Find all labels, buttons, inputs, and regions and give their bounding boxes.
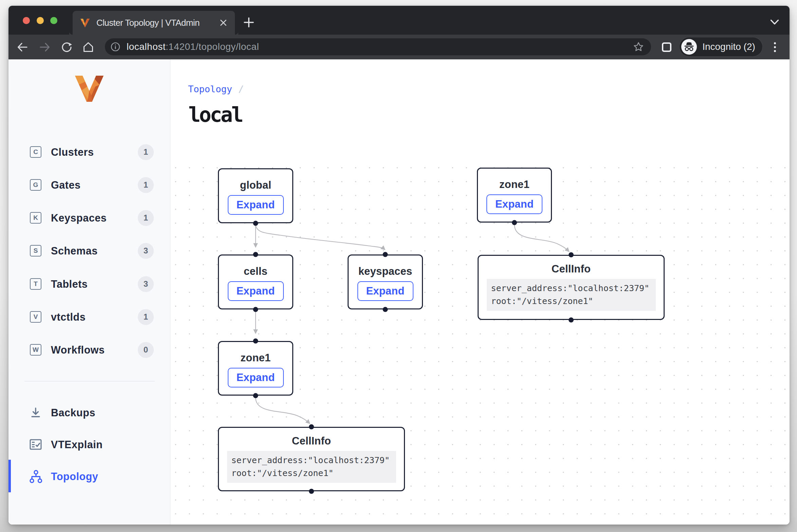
window-content: C Clusters 1 G Gates 1 K Keyspaces 1 S S… [8,59,790,525]
topology-icon [29,470,42,483]
node-cells[interactable]: cells Expand [218,254,293,309]
breadcrumb: Topology/ [188,84,244,94]
side-panel-button[interactable] [659,35,675,59]
expand-button-global[interactable]: Expand [228,195,284,215]
tab-title: Cluster Topology | VTAdmin [96,11,200,35]
sidebar-item-label-vtexplain: VTExplain [51,439,103,451]
sidebar-item-label-vtctlds: vtctlds [51,311,86,323]
incognito-profile-chip[interactable]: Incognito (2) [680,37,762,56]
side-panel-icon [662,42,671,52]
sidebar-item-label-tablets: Tablets [51,278,88,290]
node-cellinfo-left[interactable]: CellInfo server_address:"localhost:2379"… [218,427,405,491]
code-line-1: server_address:"localhost:2379" [231,454,391,467]
home-button[interactable] [80,35,96,59]
schemas-letter-icon: S [30,245,41,256]
forward-button[interactable] [37,35,53,59]
tab-search-chevron-icon[interactable] [768,17,781,27]
node-title-cellinfo-right: CellInfo [479,263,664,274]
cellinfo-code-right: server_address:"localhost:2379"root:"/vi… [487,279,656,311]
node-global[interactable]: global Expand [218,168,293,223]
sidebar-divider [24,381,155,381]
expand-button-cells[interactable]: Expand [228,281,284,301]
vtctlds-letter-icon: V [30,311,41,323]
node-title-zone1-right: zone1 [478,179,551,190]
code-line-2: root:"/vitess/zone1" [231,467,391,480]
sidebar-item-label-schemas: Schemas [51,245,98,257]
back-button[interactable] [14,35,31,59]
incognito-avatar [681,39,697,55]
code-line-1: server_address:"localhost:2379" [491,282,651,295]
breadcrumb-separator: / [238,84,244,94]
traffic-lights [23,17,57,24]
sidebar-item-vtexplain[interactable]: VTExplain [8,433,170,456]
sidebar-item-label-backups: Backups [51,407,95,419]
keyspaces-letter-icon: K [30,212,41,224]
clusters-count-badge: 1 [138,144,154,160]
sidebar-item-tablets[interactable]: T Tablets 3 [8,272,170,296]
incognito-label: Incognito (2) [701,41,756,52]
node-title-keyspaces: keyspaces [349,266,422,277]
sidebar-item-label-topology: Topology [51,471,98,482]
expand-button-zone1-left[interactable]: Expand [228,368,284,387]
expand-button-zone1-right[interactable]: Expand [486,194,542,214]
node-title-cellinfo-left: CellInfo [219,435,404,446]
sidebar-item-gates[interactable]: G Gates 1 [8,173,170,197]
page-info-icon[interactable] [110,42,121,52]
minimize-window-button[interactable] [37,17,44,24]
browser-window: Cluster Topology | VTAdmin [8,6,790,525]
home-icon [82,41,95,54]
url-path: :14201/topology/local [166,41,259,52]
node-zone1-left[interactable]: zone1 Expand [218,341,293,396]
keyspaces-count-badge: 1 [138,210,154,226]
sidebar-item-keyspaces[interactable]: K Keyspaces 1 [8,206,170,230]
bookmark-star-icon[interactable] [633,41,644,52]
vitess-logo [75,76,104,102]
three-dot-menu-icon [769,41,781,53]
gates-count-badge: 1 [138,177,154,193]
new-tab-button[interactable] [243,17,255,28]
tab-close-icon[interactable] [218,17,229,28]
node-title-cells: cells [219,266,292,277]
schemas-count-badge: 3 [138,243,154,259]
browser-menu-button[interactable] [767,35,783,59]
node-keyspaces[interactable]: keyspaces Expand [348,254,423,309]
active-nav-indicator [8,460,11,492]
sidebar: C Clusters 1 G Gates 1 K Keyspaces 1 S S… [8,59,170,525]
topology-canvas[interactable]: Topology/ local global Expand cells Expa… [170,59,790,525]
incognito-icon [683,41,695,53]
workflows-letter-icon: W [30,344,41,356]
node-cellinfo-right[interactable]: CellInfo server_address:"localhost:2379"… [478,255,665,320]
workflows-count-badge: 0 [138,342,154,358]
sidebar-item-workflows[interactable]: W Workflows 0 [8,338,170,362]
reload-icon [61,41,73,53]
sidebar-item-topology[interactable]: Topology [8,464,170,488]
sidebar-item-schemas[interactable]: S Schemas 3 [8,239,170,263]
vitess-favicon-icon [79,17,91,28]
zoom-window-button[interactable] [50,17,57,24]
sidebar-item-vtctlds[interactable]: V vtctlds 1 [8,305,170,329]
sidebar-item-label-keyspaces: Keyspaces [51,212,107,224]
browser-tab[interactable]: Cluster Topology | VTAdmin [73,11,235,35]
vtctlds-count-badge: 1 [138,309,154,325]
sidebar-item-clusters[interactable]: C Clusters 1 [8,140,170,164]
reload-button[interactable] [59,35,75,59]
clusters-letter-icon: C [30,146,41,158]
cellinfo-code-left: server_address:"localhost:2379"root:"/vi… [227,451,396,483]
breadcrumb-topology-link[interactable]: Topology [188,84,232,94]
back-arrow-icon [16,41,29,53]
sidebar-item-backups[interactable]: Backups [8,401,170,424]
close-window-button[interactable] [23,17,30,24]
expand-button-keyspaces[interactable]: Expand [357,281,413,301]
node-zone1-right[interactable]: zone1 Expand [477,168,552,223]
code-line-2: root:"/vitess/zone1" [491,295,651,308]
tablets-count-badge: 3 [138,276,154,292]
node-title-global: global [219,179,292,191]
sidebar-item-label-workflows: Workflows [51,344,105,356]
url-host: localhost [127,41,166,52]
vtexplain-icon [29,438,42,451]
address-bar[interactable]: localhost:14201/topology/local [105,38,651,55]
browser-toolbar: localhost:14201/topology/local Incognito [8,35,790,59]
gates-letter-icon: G [30,179,41,191]
url-text: localhost:14201/topology/local [127,41,259,52]
forward-arrow-icon [39,41,51,53]
